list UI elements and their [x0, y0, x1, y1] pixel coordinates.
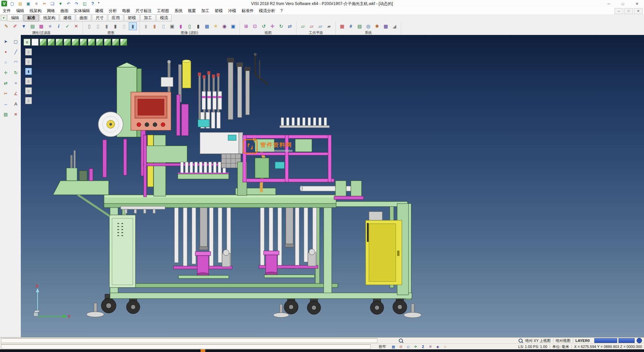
mdi-close-button[interactable]: ✕: [634, 8, 643, 14]
menu-item[interactable]: 电极: [119, 7, 133, 14]
snap-grid-icon[interactable]: ▦: [391, 344, 396, 349]
menu-item[interactable]: 系统: [172, 7, 185, 14]
mdi-minimize-button[interactable]: ─: [614, 8, 623, 14]
menu-item[interactable]: 标准件: [239, 7, 256, 14]
arc-icon[interactable]: ◠: [11, 58, 20, 67]
view-iso-front-icon[interactable]: [96, 39, 103, 46]
clear-filter-icon[interactable]: ✕: [72, 22, 80, 30]
new-file-icon[interactable]: ▢: [9, 1, 15, 6]
photo-render-icon[interactable]: ◉: [220, 22, 228, 30]
edge-select-icon[interactable]: ▯: [25, 87, 32, 94]
point-icon[interactable]: •: [1, 47, 10, 56]
paste-icon[interactable]: ▼: [58, 1, 63, 6]
shaded-mode-icon[interactable]: ▮: [103, 22, 111, 30]
color-filter-icon[interactable]: ▦: [37, 22, 45, 30]
menu-item[interactable]: 视窗: [185, 7, 199, 14]
background-icon[interactable]: ▦: [203, 22, 211, 30]
system-config-icon[interactable]: ✱: [373, 22, 381, 30]
units-label[interactable]: 单位: 毫米: [552, 344, 569, 349]
snap-center-icon[interactable]: ✛: [413, 344, 418, 349]
ribbon-tab[interactable]: 塑模: [124, 14, 140, 21]
open-file-icon[interactable]: ▤: [17, 1, 23, 6]
ribbon-tab[interactable]: 编辑: [7, 14, 23, 21]
attribute-paint-icon[interactable]: ✐: [11, 22, 19, 30]
view-list-icon[interactable]: ≡: [23, 39, 31, 46]
view-iso-back-icon[interactable]: [104, 39, 111, 46]
section-view-icon[interactable]: ▣: [168, 22, 176, 30]
ribbon-tab[interactable]: 尺寸: [92, 14, 107, 21]
absolute-view-label[interactable]: 绝对视图: [556, 338, 571, 343]
view-blank-icon[interactable]: [32, 39, 39, 46]
menu-item[interactable]: 曲面: [58, 7, 71, 14]
line-icon[interactable]: ╱: [11, 47, 20, 56]
zoom-previous-icon[interactable]: ↺: [260, 22, 268, 30]
search-icon[interactable]: [519, 339, 523, 343]
texture-mode-icon[interactable]: ▮: [151, 22, 159, 30]
view-mode-label[interactable]: 绝对 XY 上视图: [525, 338, 551, 343]
menu-item[interactable]: 建模: [93, 7, 106, 14]
view-back-icon[interactable]: [72, 39, 79, 46]
properties-icon[interactable]: ✎: [2, 22, 10, 30]
view-bottom-icon[interactable]: [56, 39, 63, 46]
taskbar-app-highlight[interactable]: [201, 349, 205, 352]
dimension-icon[interactable]: ↔: [1, 99, 10, 108]
menu-item[interactable]: 分析: [106, 7, 119, 14]
dynamic-shade-icon[interactable]: ▮: [129, 22, 137, 30]
menu-item[interactable]: 塑模: [212, 7, 225, 14]
workplane-custom-icon[interactable]: ▰: [325, 22, 333, 30]
snap-2-icon[interactable]: 2: [420, 344, 426, 349]
zoom-window-icon[interactable]: ⊡: [251, 22, 259, 30]
capture-image-icon[interactable]: ▣: [229, 22, 237, 30]
view-right-icon[interactable]: [88, 39, 95, 46]
help-icon[interactable]: ?: [90, 1, 96, 6]
quick-access-dropdown-icon[interactable]: ▾: [98, 1, 100, 4]
status-zoom-icon[interactable]: [399, 339, 403, 343]
snap-quad-icon[interactable]: ◈: [435, 344, 440, 349]
highlight-edges-icon[interactable]: ▯: [185, 22, 194, 30]
cut-icon[interactable]: ✂: [42, 1, 47, 6]
minimize-button[interactable]: ─: [602, 0, 616, 7]
vertex-select-icon[interactable]: ▯: [25, 97, 32, 104]
line-style-icon[interactable]: ≡: [46, 22, 54, 30]
workplane-xz-icon[interactable]: ▱: [308, 22, 316, 30]
save-file-icon[interactable]: ▣: [25, 1, 31, 6]
filter-funnel-icon[interactable]: ▼: [20, 22, 28, 30]
ribbon-tab[interactable]: 标准: [23, 14, 39, 21]
snap-lock-label[interactable]: 拴牢: [379, 344, 386, 349]
transparency-icon[interactable]: ▯: [159, 22, 167, 30]
menu-item[interactable]: ?: [278, 7, 285, 14]
menu-item[interactable]: 加工: [199, 7, 212, 14]
system-grid-icon[interactable]: ▦: [338, 22, 346, 30]
render-quality-icon[interactable]: ▮: [142, 22, 150, 30]
ribbon-tab[interactable]: 加工: [140, 14, 156, 21]
system-snap-icon[interactable]: #: [347, 22, 355, 30]
menu-item[interactable]: 尺寸标注: [133, 7, 154, 14]
zoom-extents-icon[interactable]: ⊞: [242, 22, 250, 30]
light-settings-icon[interactable]: ✳: [212, 22, 220, 30]
snap-intersect-icon[interactable]: ✕: [428, 344, 433, 349]
select-by-filter-icon[interactable]: ✓: [63, 22, 71, 30]
workplane-xy-icon[interactable]: ▱: [299, 22, 307, 30]
mirror-icon[interactable]: ⇄: [1, 79, 10, 88]
shaded-edges-mode-icon[interactable]: ▮: [111, 22, 119, 30]
os-taskbar[interactable]: [0, 349, 644, 352]
measure-angle-icon[interactable]: ∠: [11, 89, 20, 98]
close-button[interactable]: ✕: [630, 0, 644, 7]
select-mode-icon[interactable]: ▯: [25, 48, 32, 55]
erase-icon[interactable]: ✕: [11, 110, 20, 119]
text-icon[interactable]: A: [11, 99, 20, 108]
mdi-restore-button[interactable]: □: [624, 8, 633, 14]
system-units-icon[interactable]: ◎: [364, 22, 372, 30]
ribbon-tab[interactable]: 曲面: [76, 14, 91, 21]
move-icon[interactable]: ✛: [1, 68, 10, 77]
menu-item[interactable]: 模流分析: [256, 7, 278, 14]
chain-select-icon[interactable]: ▯: [25, 58, 32, 65]
view-iso-icon[interactable]: [40, 39, 47, 46]
snap-tangent-icon[interactable]: ○: [442, 344, 448, 349]
element-info-icon[interactable]: i: [55, 22, 63, 30]
view-iso-left-icon[interactable]: [112, 39, 119, 46]
view-left-icon[interactable]: [80, 39, 87, 46]
active-layer-label[interactable]: LAYER0: [576, 339, 590, 343]
menu-item[interactable]: 文件: [0, 7, 13, 14]
ribbon-tab[interactable]: 模流: [156, 14, 172, 21]
